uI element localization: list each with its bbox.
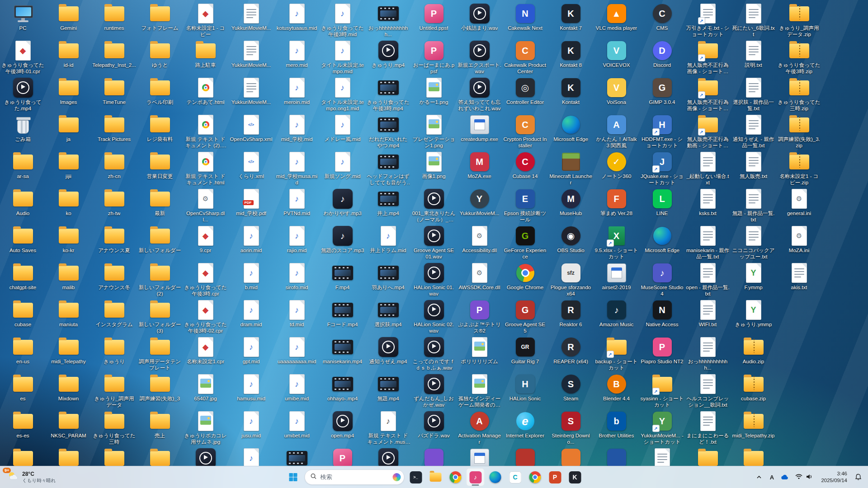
desktop-icon[interactable]: ohhayo-.mp4 [320,373,365,410]
desktop-icon[interactable]: 65407.jpg [183,373,228,410]
desktop-icon[interactable] [502,447,548,466]
desktop-icon[interactable]: manisekarin.mp4 [320,336,365,373]
desktop-icon[interactable]: ▲VLC media player [594,3,639,40]
desktop-icon[interactable] [594,447,639,466]
desktop-icon[interactable]: VVOICEVOX [594,40,639,77]
desktop-icon[interactable]: ◆きゅうり食ってた午後3時.cpr [183,262,228,299]
desktop-icon[interactable]: ✓ノートン360 [594,151,639,188]
desktop-icon[interactable]: ↗無人販売不正行為動画 - ショートカット [685,114,731,151]
desktop-icon[interactable]: zh-cn [91,151,137,188]
desktop-icon[interactable]: 無人販売.txt [731,151,776,188]
desktop-icon[interactable]: createdump.exe [457,114,502,151]
desktop-icon[interactable]: ♪hamusu.mid [228,373,274,410]
desktop-icon[interactable]: ラベル印刷 [137,77,183,114]
desktop-icon[interactable]: きゅうり_調声用データ.zip [776,3,822,40]
desktop-icon[interactable]: X↗9.5.xlsx - ショートカット [594,225,639,262]
desktop-icon[interactable]: ♪きゅうり食ってた午後3時.mid [320,3,365,40]
desktop-icon[interactable]: CCMS [639,3,685,40]
desktop-icon[interactable]: ⚙AWSSDK.Core.dll [457,262,502,299]
desktop-icon[interactable]: Microsoft Edge [548,114,594,151]
desktop-icon[interactable]: PC [0,3,46,40]
desktop-icon[interactable]: ♪jusu.mid [228,410,274,447]
desktop-icon[interactable]: きゅうり.mp4 [365,40,411,77]
taskbar-app-google-chrome[interactable] [447,468,465,486]
desktop-icon[interactable]: cubase.zip [731,373,776,410]
desktop-icon[interactable]: GRGuitar Rig 7 [502,336,548,373]
desktop-icon[interactable]: 最新 [137,188,183,225]
taskbar-app-microsoft-edge[interactable] [486,468,505,486]
desktop-icon[interactable]: ♪umibet.mid [274,410,320,447]
desktop-icon[interactable] [91,447,137,466]
desktop-icon[interactable]: Yきゅうり.ymmp [731,299,776,336]
desktop-icon[interactable]: ↗無人販売不正行為画像 - ショートカッ... [685,40,731,77]
desktop-icon[interactable]: 画像1.png [411,151,457,188]
desktop-icon[interactable]: midi_Telepathy [46,336,91,373]
desktop-icon[interactable]: プレゼンテーション1.png [411,114,457,151]
desktop-icon[interactable]: CCubase 14 [502,151,548,188]
desktop-icon[interactable]: Fコード.mp4 [320,299,365,336]
desktop-icon[interactable]: 名称未設定1 - コピー.zip [776,151,822,188]
desktop-icon[interactable]: YYukkuriMovieM... [457,188,502,225]
desktop-icon[interactable]: BBlender 4.4 [594,373,639,410]
desktop-icon[interactable]: EEpson 接続診断ツール [502,188,548,225]
desktop-icon[interactable]: きゅうり_調声用データ [91,373,137,410]
desktop-icon[interactable]: 選択肢 - 親作品一覧.txt [731,77,776,114]
taskbar-app-media-app-pink[interactable]: ♪ [467,468,485,486]
desktop-icon[interactable]: chatgpt-site [0,262,46,299]
desktop-icon[interactable]: airset2-2019 [594,262,639,299]
start-button[interactable] [284,468,302,486]
desktop-icon[interactable]: sfzPlogue sforzando x64 [548,262,594,299]
desktop-icon[interactable]: ♪PVTNd.mid [274,188,320,225]
desktop-icon[interactable]: 小銭詰まり.wav [457,3,502,40]
desktop-icon[interactable]: 説明.txt [731,40,776,77]
desktop-icon[interactable]: ♪sirofo.mid [274,262,320,299]
taskbar-app-kontakt[interactable]: K [566,468,584,486]
desktop-icon[interactable]: KKontakt 7 [548,3,594,40]
desktop-icon[interactable]: ⚙general.ini [776,188,822,225]
desktop-icon[interactable] [137,447,183,466]
desktop-icon[interactable]: Y↗YukkuriMovieM... - ショートカット [639,410,685,447]
desktop-icon[interactable]: DDiscord [639,40,685,77]
desktop-icon[interactable]: HALion Sonic 02.wav [411,299,457,336]
desktop-icon[interactable]: NNative Access [639,299,685,336]
desktop-icon[interactable]: ずんだもん_しおかぜ.wav [411,373,457,410]
desktop-icon[interactable]: きゅうり食ってた三時.zip [776,77,822,114]
desktop-icon[interactable]: ♪td.mid [274,299,320,336]
desktop-icon[interactable]: id-id [46,40,91,77]
desktop-icon[interactable]: ♪井上ドラム.mid [365,225,411,262]
desktop-icon[interactable]: ♪無題のスコア.mp3 [320,225,365,262]
desktop-icon[interactable]: </>OpenCvSharp.xml [228,114,274,151]
desktop-icon[interactable]: MMuseHub [548,188,594,225]
desktop-icon[interactable]: 新規エクスポート.wav [457,40,502,77]
desktop-icon[interactable]: RREAPER (x64) [548,336,594,373]
desktop-icon[interactable]: おっhhhhhhhhhhh... [685,336,731,373]
desktop-icon[interactable]: HHALion Sonic [502,373,548,410]
desktop-icon[interactable]: ↗無人販売不正行為画像 - ショートカット [685,77,731,114]
taskbar-app-file-explorer[interactable] [427,468,445,486]
desktop-icon[interactable] [548,447,594,466]
desktop-icon[interactable]: es-es [0,410,46,447]
desktop-icon[interactable]: 井上.mp4 [365,188,411,225]
desktop-icon[interactable]: ヘルスコンプレッション__歌詞.txt [685,373,731,410]
desktop-icon[interactable]: きゅうりボカコレ用サムネ.jpg [183,410,228,447]
desktop-icon[interactable]: きゅうり食ってた.mp4 [0,77,46,114]
desktop-icon[interactable]: 新規 テキスト ドキュメント.html [183,151,228,188]
desktop-icon[interactable] [457,447,502,466]
desktop-icon[interactable]: 無題.mp4 [365,373,411,410]
desktop-icon[interactable]: ♪mid_学校musa.mid [274,151,320,188]
desktop-icon[interactable]: malib [46,262,91,299]
desktop-icon[interactable]: ◎Controller Editor [502,77,548,114]
desktop-icon[interactable]: P [320,447,365,466]
desktop-icon[interactable]: ♪gpt.mid [228,336,274,373]
desktop-icon[interactable]: maniuta [46,299,91,336]
desktop-icon[interactable]: ◆名称未設定1 - コピー [183,3,228,40]
desktop-icon[interactable]: ヘッドフォンはずしてても音がうる.m4a [365,151,411,188]
desktop-icon[interactable]: ↗万引きメモ.txt - ショートカット [685,3,731,40]
desktop-icon[interactable]: Pおーばーまにあ.ppsf [411,40,457,77]
desktop-icon[interactable]: ♪新規 テキスト ドキュメント.musicxml [365,410,411,447]
desktop-icon[interactable]: eInternet Explorer [502,410,548,447]
desktop-icon[interactable]: だれだFXいれたやつ.mp4 [365,114,411,151]
desktop-icon[interactable]: ♪aorin.mid [228,225,274,262]
desktop-icon[interactable]: ♪dram.mid [228,299,274,336]
desktop-icon[interactable]: ♪MuseScore Studio 4 [639,262,685,299]
